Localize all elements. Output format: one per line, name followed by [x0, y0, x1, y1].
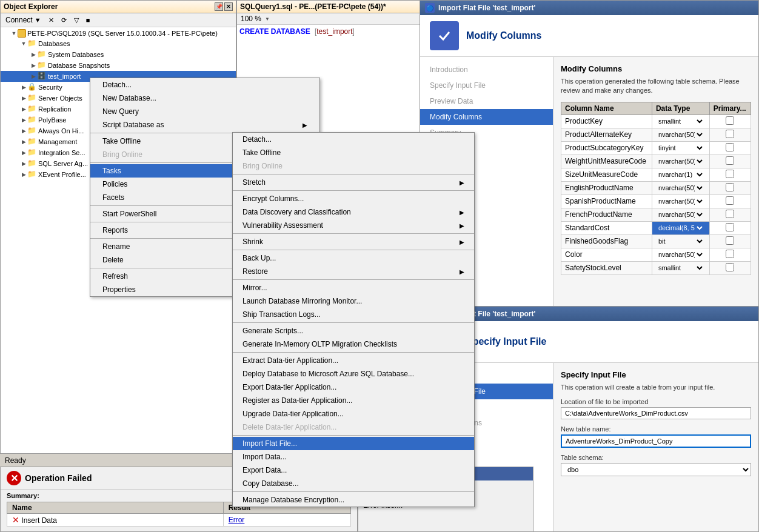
ts-upgrade-dac[interactable]: Upgrade Data-tier Application... [233, 407, 474, 421]
management-icon: 📁 [27, 137, 37, 147]
zoom-dropdown-icon[interactable]: ▼ [265, 16, 270, 22]
op-cell-result[interactable]: Error [223, 514, 350, 527]
ts-mirror[interactable]: Mirror... [233, 281, 474, 294]
mc-row-primary [709, 234, 751, 248]
mc-row-type: tinyint [652, 141, 709, 155]
mc-primary-checkbox[interactable] [726, 263, 734, 271]
ts-take-offline[interactable]: Take Offline [233, 146, 474, 159]
filter-button[interactable]: ▽ [72, 15, 81, 25]
refresh-button[interactable]: ⟳ [59, 15, 69, 25]
cm-script-database[interactable]: Script Database as▶ [90, 118, 319, 131]
import-dialog-top-titlebar: 🔵 Import Flat File 'test_import' [420, 1, 758, 15]
integration-label: Integration Se... [38, 149, 85, 156]
management-expander[interactable]: ▶ [20, 138, 27, 145]
mc-type-select[interactable]: nvarchar(50) [656, 184, 704, 192]
schema-select[interactable]: dbo [561, 463, 751, 476]
tree-item-system-dbs[interactable]: ▶ 📁 System Databases [1, 49, 236, 60]
cm-detach[interactable]: Detach... [90, 78, 319, 91]
cm-new-query[interactable]: New Query [90, 105, 319, 118]
test-import-expander[interactable]: ▶ [30, 73, 37, 80]
ts-generate-scripts[interactable]: Generate Scripts... [233, 324, 474, 337]
ts-export-dac[interactable]: Export Data-tier Application... [233, 381, 474, 394]
replication-expander[interactable]: ▶ [20, 105, 27, 113]
mc-primary-checkbox[interactable] [726, 183, 734, 191]
location-group: Location of file to be imported [561, 398, 751, 419]
connect-button[interactable]: Connect ▼ [3, 15, 44, 25]
integration-expander[interactable]: ▶ [20, 149, 27, 156]
server-expander[interactable]: ▼ [10, 30, 18, 37]
ts-discovery[interactable]: Data Discovery and Classification▶ [233, 205, 474, 219]
mc-primary-checkbox[interactable] [726, 130, 734, 138]
mc-type-select[interactable]: nvarchar(50) [656, 197, 704, 205]
tree-item-databases[interactable]: ▼ 📁 Databases [1, 38, 236, 49]
ts-import-flat[interactable]: Import Flat File... [233, 437, 474, 450]
table-name-input[interactable] [561, 434, 751, 448]
ts-encrypt[interactable]: Encrypt Columns... [233, 192, 474, 205]
close-button[interactable]: ✕ [224, 2, 233, 11]
sql-agent-expander[interactable]: ▶ [20, 160, 27, 167]
mc-type-select[interactable]: smallint [656, 264, 704, 272]
mc-primary-checkbox[interactable] [726, 223, 734, 231]
mc-type-select[interactable]: decimal(8, 5) [656, 224, 704, 232]
ts-stretch[interactable]: Stretch▶ [233, 176, 474, 189]
ts-detach[interactable]: Detach... [233, 133, 474, 146]
snapshots-expander[interactable]: ▶ [30, 62, 37, 69]
op-row-name: Insert Data [21, 516, 57, 525]
databases-expander[interactable]: ▼ [20, 40, 27, 47]
mc-type-select[interactable]: bit [656, 237, 704, 245]
tree-item-snapshots[interactable]: ▶ 📁 Database Snapshots [1, 60, 236, 71]
stop-button[interactable]: ■ [84, 15, 93, 25]
system-dbs-expander[interactable]: ▶ [30, 51, 37, 58]
mc-row-name: SafetyStockLevel [561, 261, 652, 274]
xevent-expander[interactable]: ▶ [20, 171, 27, 178]
location-label: Location of file to be imported [561, 398, 751, 405]
ts-export-data[interactable]: Export Data... [233, 464, 474, 477]
mc-primary-checkbox[interactable] [726, 143, 734, 151]
sql-agent-label: SQL Server Ag... [38, 160, 88, 167]
polybase-expander[interactable]: ▶ [20, 116, 27, 124]
ts-deploy-azure[interactable]: Deploy Database to Microsoft Azure SQL D… [233, 367, 474, 381]
ts-extract-dac[interactable]: Extract Data-tier Application... [233, 354, 474, 367]
mc-type-select[interactable]: nvarchar(50) [656, 210, 704, 219]
pin-button[interactable]: 📌 [215, 2, 223, 11]
security-expander[interactable]: ▶ [20, 84, 27, 91]
server-objects-expander[interactable]: ▶ [20, 95, 27, 102]
location-input[interactable] [561, 407, 751, 419]
mc-type-select[interactable]: nvarchar(50) [656, 157, 704, 165]
mc-primary-checkbox[interactable] [726, 210, 734, 218]
polybase-icon: 📁 [27, 115, 37, 125]
mc-primary-checkbox[interactable] [726, 236, 734, 245]
nav-specify-top[interactable]: Specify Input File [420, 78, 553, 93]
always-on-expander[interactable]: ▶ [20, 127, 27, 135]
ts-copy-db[interactable]: Copy Database... [233, 477, 474, 490]
ts-register-dac[interactable]: Register as Data-tier Application... [233, 394, 474, 407]
ts-launch-mirror[interactable]: Launch Database Mirroring Monitor... [233, 294, 474, 308]
mc-primary-checkbox[interactable] [726, 196, 734, 205]
ts-arrow-vulnerability: ▶ [460, 222, 464, 229]
mc-primary-checkbox[interactable] [726, 116, 734, 125]
mc-type-select[interactable]: tinyint [656, 144, 704, 152]
nav-introduction-top[interactable]: Introduction [420, 62, 553, 78]
ts-shrink[interactable]: Shrink▶ [233, 235, 474, 248]
mc-row-type: nvarchar(50) [652, 155, 709, 168]
ts-generate-oltp[interactable]: Generate In-Memory OLTP Migration Checkl… [233, 337, 474, 351]
ts-restore[interactable]: Restore▶ [233, 265, 474, 278]
mc-type-select[interactable]: nvarchar(50) [656, 250, 704, 259]
ts-import-data[interactable]: Import Data... [233, 450, 474, 464]
xevent-icon: 📁 [27, 170, 37, 179]
nav-modify-top[interactable]: Modify Columns [420, 109, 553, 125]
mc-primary-checkbox[interactable] [726, 156, 734, 165]
ts-backup[interactable]: Back Up... [233, 251, 474, 265]
cm-new-database[interactable]: New Database... [90, 91, 319, 105]
ts-manage-encryption[interactable]: Manage Database Encryption... [233, 493, 474, 507]
ts-ship-logs[interactable]: Ship Transaction Logs... [233, 308, 474, 321]
mc-type-select[interactable]: nvarchar(50) [656, 130, 704, 139]
ts-vulnerability[interactable]: Vulnerability Assessment▶ [233, 219, 474, 232]
disconnect-button[interactable]: ✕ [46, 15, 56, 25]
mc-type-select[interactable]: smallint [656, 117, 704, 125]
mc-primary-checkbox[interactable] [726, 170, 734, 178]
tree-item-server[interactable]: ▼ PETE-PC\SQL2019 (SQL Server 15.0.1000.… [1, 28, 236, 38]
mc-primary-checkbox[interactable] [726, 250, 734, 258]
nav-preview-top[interactable]: Preview Data [420, 93, 553, 109]
mc-type-select[interactable]: nvarchar(1) [656, 170, 704, 179]
